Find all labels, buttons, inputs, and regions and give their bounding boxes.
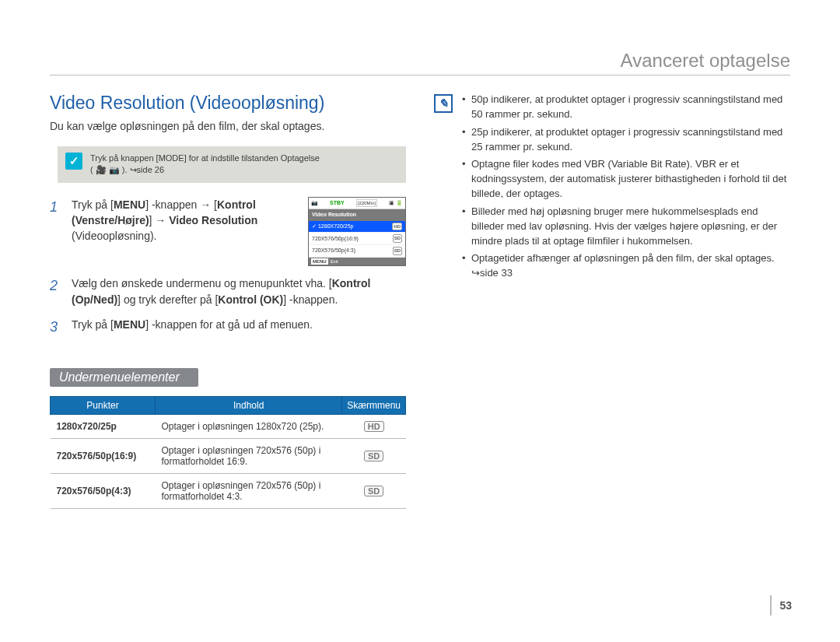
note-item: 50p indikerer, at produktet optager i pr… bbox=[462, 93, 790, 122]
camera-menu-row: 720X576/50p(16:9) SD bbox=[309, 233, 405, 245]
precheck-box: ✓ Tryk på knappen [MODE] for at indstill… bbox=[58, 146, 406, 183]
note-item: 25p indikerer, at produktet optager i pr… bbox=[462, 125, 790, 155]
note-item: Optagne filer kodes med VBR (Variable Bi… bbox=[462, 157, 790, 202]
table-header-punkter: Punkter bbox=[51, 397, 156, 415]
camera-status-bar: 📷 STBY [220Min] ▣ 🔋 bbox=[309, 198, 405, 210]
precheck-text: Tryk på knappen [MODE] for at indstille … bbox=[90, 153, 320, 177]
table-row: 1280x720/25p Optager i opløsningen 1280x… bbox=[51, 415, 406, 439]
note-item: Billeder med høj opløsning bruger mere h… bbox=[462, 205, 790, 249]
step-1: Tryk på [MENU] -knappen → [Kontrol (Vens… bbox=[50, 197, 406, 267]
table-row: 720x576/50p(16:9) Optager i opløsningen … bbox=[51, 439, 406, 474]
camera-menu-row-selected: ✓ 1280X720/25p HD bbox=[309, 221, 405, 233]
manual-page: Avanceret optagelse Video Resolution (Vi… bbox=[0, 0, 840, 642]
sd-badge: SD bbox=[364, 486, 383, 496]
table-row: 720x576/50p(4:3) Optager i opløsningen 7… bbox=[51, 474, 406, 509]
table-header-skarmmenu: Skærmmenu bbox=[342, 397, 406, 415]
submenu-heading: Undermenuelementer bbox=[50, 368, 198, 387]
info-icon: ✎ bbox=[434, 94, 453, 113]
camera-menu-title: Video Resolution bbox=[309, 209, 405, 220]
page-number: 53 bbox=[770, 595, 792, 616]
step-2: Vælg den ønskede undermenu og menupunkte… bbox=[50, 275, 406, 307]
notes-list: 50p indikerer, at produktet optager i pr… bbox=[462, 93, 790, 284]
precheck-icon: ✓ bbox=[65, 153, 82, 170]
submenu-table: Punkter Indhold Skærmmenu 1280x720/25p O… bbox=[50, 396, 406, 509]
camera-menu-exit: MENU Exit bbox=[309, 258, 405, 266]
steps-list: Tryk på [MENU] -knappen → [Kontrol (Vens… bbox=[50, 197, 406, 337]
table-header-indhold: Indhold bbox=[156, 397, 342, 415]
right-column: ✎ 50p indikerer, at produktet optager i … bbox=[434, 93, 790, 509]
sd-badge: SD bbox=[364, 451, 383, 461]
note-box: ✎ 50p indikerer, at produktet optager i … bbox=[434, 93, 790, 284]
step-3: Tryk på [MENU] -knappen for at gå ud af … bbox=[50, 317, 406, 337]
note-item: Optagetider afhænger af opløsningen på d… bbox=[462, 251, 790, 281]
left-column: Video Resolution (Videoopløsning) Du kan… bbox=[50, 93, 406, 509]
camera-menu-row: 720X576/50p(4:3) SD bbox=[309, 245, 405, 258]
hd-badge: HD bbox=[364, 421, 384, 432]
page-heading: Video Resolution (Videoopløsning) bbox=[50, 93, 406, 114]
camera-screen-preview: 📷 STBY [220Min] ▣ 🔋 Video Resolution ✓ 1… bbox=[308, 197, 406, 267]
two-column-layout: Video Resolution (Videoopløsning) Du kan… bbox=[50, 93, 790, 509]
section-title: Avanceret optagelse bbox=[50, 50, 790, 75]
intro-text: Du kan vælge opløsningen på den film, de… bbox=[50, 120, 406, 132]
